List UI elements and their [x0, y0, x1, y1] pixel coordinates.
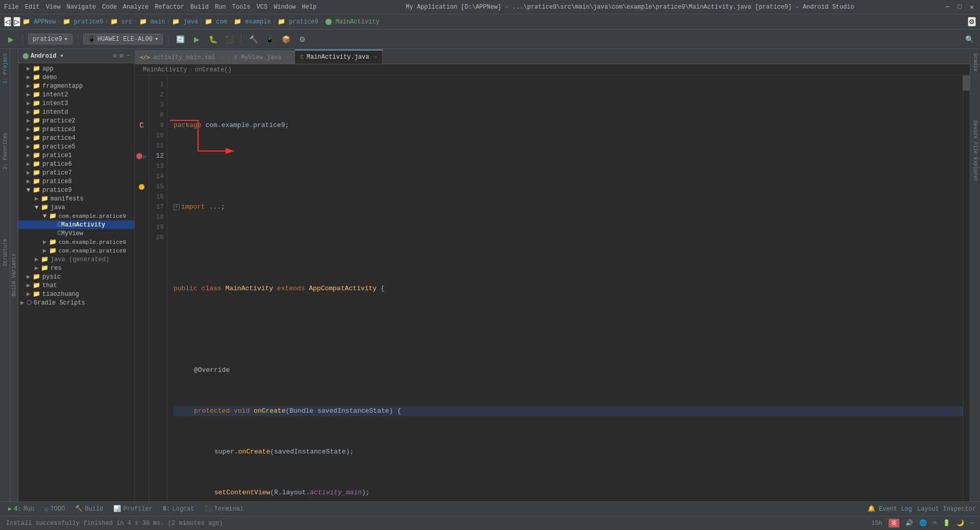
bottom-tab-terminal[interactable]: ⬛ Terminal: [201, 504, 248, 514]
nav-settings-button[interactable]: ⚙: [968, 17, 976, 27]
sidebar-tab-favorites[interactable]: 2: Favorites: [2, 131, 9, 171]
sidebar-tab-project[interactable]: 1: Project: [2, 51, 9, 86]
sdk-manager-button[interactable]: 📦: [279, 33, 292, 46]
tree-item-pratice7[interactable]: ▶📁 pratice7: [18, 168, 134, 177]
build-button[interactable]: 🔨: [247, 33, 260, 46]
tree-item-pratice1[interactable]: ▶📁 pratice1: [18, 151, 134, 160]
menu-navigate[interactable]: Navigate: [66, 4, 96, 11]
status-moon-icon[interactable]: 🌙: [957, 519, 964, 527]
sync-button[interactable]: 🔄: [174, 33, 187, 46]
status-more-icon[interactable]: ⋯: [970, 519, 974, 527]
close-tab-myview[interactable]: ✕: [286, 55, 289, 61]
search-button[interactable]: 🔍: [963, 33, 976, 46]
tree-item-practice3[interactable]: ▶📁 practice3: [18, 125, 134, 134]
panel-icon-minimize[interactable]: ─: [127, 52, 130, 60]
tree-item-java[interactable]: ▼📁 java: [18, 203, 134, 212]
bc-example[interactable]: 📁 example: [234, 18, 271, 26]
nav-back-button[interactable]: ◁: [4, 17, 11, 27]
menu-view[interactable]: View: [46, 4, 61, 11]
window-controls[interactable]: ─ □ ✕: [944, 3, 976, 11]
bc-mainactivity[interactable]: MainActivity: [143, 66, 187, 73]
tree-item-tiaozhuang[interactable]: ▶📁 tiaozhuang: [18, 290, 134, 298]
bottom-tab-logcat[interactable]: 6: Logcat: [159, 504, 199, 514]
run-button[interactable]: ▶: [4, 33, 17, 46]
menu-edit[interactable]: Edit: [25, 4, 40, 11]
tree-item-com-pkg3[interactable]: ▶📁 com.example.pratice9: [18, 246, 134, 255]
layout-inspector-link[interactable]: Layout Inspector: [917, 506, 976, 513]
status-keyboard-icon[interactable]: ⌨: [933, 519, 937, 527]
tab-mainactivity-java[interactable]: C MainActivity.java ✕: [295, 49, 383, 64]
bc-pratice9[interactable]: 📁 pratice9: [63, 18, 104, 26]
tree-item-mainactivity[interactable]: ▶C MainActivity: [18, 220, 134, 229]
menu-vcs[interactable]: VCS: [257, 4, 268, 11]
tree-item-pysic[interactable]: ▶📁 pysic: [18, 272, 134, 281]
stop-button[interactable]: ⬛: [223, 33, 236, 46]
run-app-button[interactable]: ▶: [190, 33, 203, 46]
right-tab-device-explorer[interactable]: Device File Explorer: [972, 120, 978, 182]
bc-main[interactable]: 📁 main: [139, 18, 165, 26]
tree-item-that[interactable]: ▶📁 that: [18, 281, 134, 290]
tree-item-practice5[interactable]: ▶📁 practice5: [18, 142, 134, 151]
bc-com[interactable]: 📁 com: [205, 18, 227, 26]
avd-button[interactable]: 📱: [263, 33, 276, 46]
panel-icon-gear[interactable]: ⚙: [113, 52, 116, 60]
close-button[interactable]: ✕: [968, 3, 976, 11]
bc-oncreate[interactable]: onCreate(): [195, 66, 232, 73]
status-battery-icon[interactable]: 🔋: [943, 519, 950, 527]
settings-button[interactable]: ⚙: [296, 33, 309, 46]
tree-item-pratice6[interactable]: ▶📁 pratice6: [18, 160, 134, 168]
close-tab-xml[interactable]: ✕: [220, 55, 224, 61]
nav-forward-button[interactable]: ▷: [13, 17, 20, 27]
tree-item-com-pkg2[interactable]: ▶📁 com.example.pratice9: [18, 238, 134, 246]
bc-mainactivity[interactable]: ⬤ MainActivity: [325, 18, 380, 26]
tree-item-demo[interactable]: ▶📁 demo: [18, 73, 134, 82]
menu-file[interactable]: File: [4, 4, 19, 11]
tree-item-intent2[interactable]: ▶📁 intent2: [18, 90, 134, 99]
bottom-tab-profiler[interactable]: 📊 Profiler: [109, 504, 157, 514]
event-log-link[interactable]: 🔔 Event Log: [868, 505, 912, 513]
bc-src[interactable]: 📁 src: [110, 18, 133, 26]
tab-myview-java[interactable]: C MyView.java ✕: [229, 51, 295, 64]
panel-icon-expand[interactable]: ⊞: [120, 52, 124, 60]
tree-item-manifests[interactable]: ▶📁 manifests: [18, 194, 134, 203]
tree-item-practice4[interactable]: ▶📁 practice4: [18, 134, 134, 142]
tree-item-intent3[interactable]: ▶📁 intent3: [18, 99, 134, 108]
tree-item-res[interactable]: ▶📁 res: [18, 264, 134, 272]
bc-appnew[interactable]: 📁 APPNew: [22, 18, 56, 26]
android-selector[interactable]: ⬤ Android ▾: [22, 52, 64, 60]
right-tab-gradle[interactable]: Gradle: [972, 53, 978, 71]
menu-help[interactable]: Help: [302, 4, 316, 11]
bc-java[interactable]: 📁 java: [172, 18, 198, 26]
menu-analyze[interactable]: Analyze: [123, 4, 149, 11]
bottom-tab-run[interactable]: ▶ 4: Run: [4, 504, 38, 514]
tree-item-fragmentapp[interactable]: ▶📁 fragmentapp: [18, 82, 134, 90]
menu-code[interactable]: Code: [102, 4, 117, 11]
menu-build[interactable]: Build: [190, 4, 209, 11]
tree-item-java-generated[interactable]: ▶📁 java (generated): [18, 255, 134, 264]
sidebar-tab-structure[interactable]: Structure: [2, 237, 9, 268]
tree-item-gradle-scripts[interactable]: ▶⬡ Gradle Scripts: [18, 298, 134, 307]
bc-pratice9-pkg[interactable]: 📁 pratice9: [278, 18, 318, 26]
menu-refactor[interactable]: Refactor: [155, 4, 184, 11]
menu-bar[interactable]: File Edit View Navigate Code Analyze Ref…: [4, 4, 316, 11]
tree-item-pratice9[interactable]: ▼📁 pratice9: [18, 186, 134, 194]
device-selector[interactable]: 📱 HUAWEI ELE-AL00 ▾: [83, 34, 163, 44]
bottom-tab-todo[interactable]: ☑ TODO: [40, 504, 69, 514]
tree-item-myview[interactable]: ▶C MyView: [18, 229, 134, 238]
tree-item-pratice8[interactable]: ▶📁 pratice8: [18, 177, 134, 186]
tree-item-intentd[interactable]: ▶📁 intentd: [18, 108, 134, 116]
tree-item-app[interactable]: ▶📁 app: [18, 64, 134, 73]
status-globe-icon[interactable]: 🌐: [919, 519, 927, 527]
menu-run[interactable]: Run: [215, 4, 226, 11]
project-selector[interactable]: pratice9 ▾: [28, 34, 72, 44]
code-content[interactable]: package com.example.pratice9; + import .…: [167, 75, 963, 501]
minimize-button[interactable]: ─: [944, 3, 952, 11]
debug-button[interactable]: 🐛: [206, 33, 219, 46]
tree-item-com-pkg[interactable]: ▼📁 com.example.pratice9: [18, 212, 134, 220]
build-variants-tab[interactable]: Build Variants: [10, 49, 18, 501]
maximize-button[interactable]: □: [955, 3, 964, 11]
tab-activity-main-xml[interactable]: ≺/≻ activity_main.xml ✕: [135, 51, 229, 64]
tree-item-practice2[interactable]: ▶📁 practice2: [18, 116, 134, 125]
bottom-tab-build[interactable]: 🔨 Build: [71, 504, 107, 514]
menu-window[interactable]: Window: [274, 4, 296, 11]
